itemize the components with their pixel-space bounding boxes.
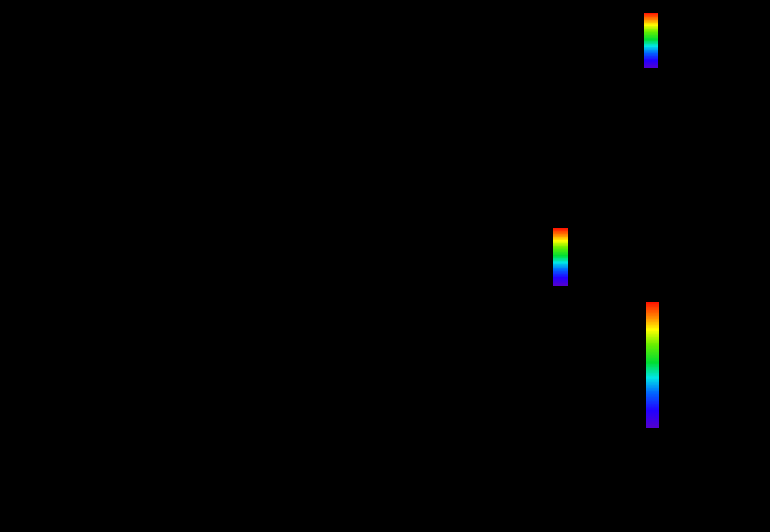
- tip-angle-axis-label: [23, 78, 71, 164]
- energy-spectrogram-canvas: [106, 299, 530, 436]
- er-right-axis-label: [567, 6, 608, 74]
- er-spectrogram-canvas: [105, 9, 530, 71]
- energy-y-axis-label: [41, 310, 74, 431]
- mex-science-data-figure: [0, 0, 770, 532]
- hz-colorbar: [553, 228, 568, 286]
- angle-lines-canvas: [105, 76, 530, 162]
- azimuth-y-axis-label: [42, 225, 66, 293]
- er-y-axis-label: [45, 11, 69, 72]
- energy-right-axis-label: [600, 316, 645, 433]
- clock-angle-axis-label: [568, 78, 615, 164]
- flux-colorbar: [646, 302, 659, 428]
- azimuth-spectrogram-canvas: [102, 222, 530, 293]
- def-colorbar: [644, 13, 658, 68]
